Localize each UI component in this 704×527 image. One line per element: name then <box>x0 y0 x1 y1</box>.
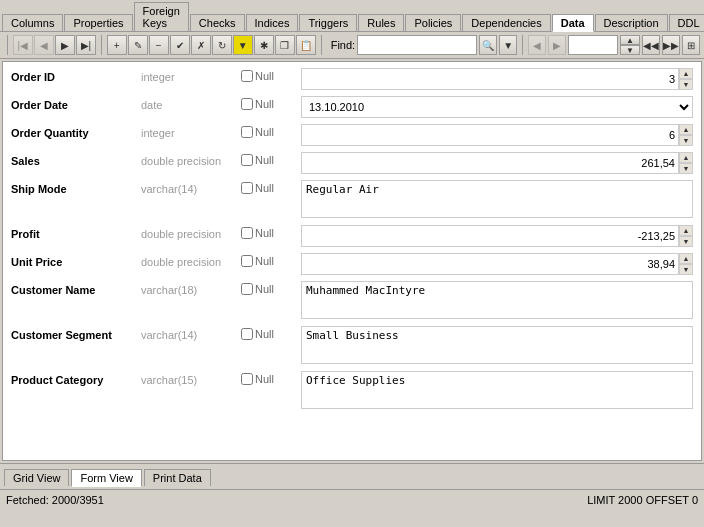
spin-down-order-id[interactable]: ▼ <box>679 79 693 90</box>
limit-up-btn[interactable]: ▲ <box>620 35 640 45</box>
field-label-sales: Sales <box>11 152 141 167</box>
input-customer-name[interactable]: Muhammed MacIntyre <box>301 281 693 319</box>
null-checkbox-order-date[interactable] <box>241 98 253 110</box>
input-order-id[interactable] <box>301 68 679 90</box>
input-unit-price[interactable] <box>301 253 679 275</box>
null-check-ship-mode: Null <box>241 180 301 194</box>
nav-next-btn[interactable]: ▶ <box>55 35 75 55</box>
limit-down-btn[interactable]: ▼ <box>620 45 640 55</box>
spin-down-sales[interactable]: ▼ <box>679 163 693 174</box>
input-customer-segment[interactable]: Small Business <box>301 326 693 364</box>
nav-left-btn[interactable]: ◀ <box>528 35 546 55</box>
field-type-customer-segment: varchar(14) <box>141 326 241 341</box>
field-value-unit-price: ▲ ▼ <box>301 253 693 275</box>
input-product-category[interactable]: Office Supplies <box>301 371 693 409</box>
field-type-product-category: varchar(15) <box>141 371 241 386</box>
refresh-btn[interactable]: ↻ <box>212 35 232 55</box>
limit-apply-btn[interactable]: ◀◀ <box>642 35 660 55</box>
field-value-customer-segment: Small Business <box>301 326 693 367</box>
tab-checks[interactable]: Checks <box>190 14 245 31</box>
spin-down-unit-price[interactable]: ▼ <box>679 264 693 275</box>
null-label-ship-mode: Null <box>255 182 274 194</box>
input-profit[interactable] <box>301 225 679 247</box>
tab-ddl[interactable]: DDL <box>669 14 704 31</box>
input-sales[interactable] <box>301 152 679 174</box>
bottom-tab-form[interactable]: Form View <box>71 469 141 487</box>
spin-up-profit[interactable]: ▲ <box>679 225 693 236</box>
null-checkbox-sales[interactable] <box>241 154 253 166</box>
clear-btn[interactable]: ✱ <box>254 35 274 55</box>
spin-up-order-id[interactable]: ▲ <box>679 68 693 79</box>
field-row-profit: Profit double precision Null ▲ ▼ <box>11 225 693 249</box>
tab-dependencies[interactable]: Dependencies <box>462 14 550 31</box>
input-order-date[interactable]: 13.10.2010 <box>301 96 693 118</box>
toolbar-sep-2 <box>101 35 102 55</box>
field-label-customer-segment: Customer Segment <box>11 326 141 341</box>
field-type-order-date: date <box>141 96 241 111</box>
limit-more-btn[interactable]: ▶▶ <box>662 35 680 55</box>
field-label-customer-name: Customer Name <box>11 281 141 296</box>
null-checkbox-product-category[interactable] <box>241 373 253 385</box>
field-row-order-quantity: Order Quantity integer Null ▲ ▼ <box>11 124 693 148</box>
add-btn[interactable]: + <box>107 35 127 55</box>
field-value-ship-mode: Regular Air <box>301 180 693 221</box>
spin-down-profit[interactable]: ▼ <box>679 236 693 247</box>
field-type-customer-name: varchar(18) <box>141 281 241 296</box>
edit-btn[interactable]: ✎ <box>128 35 148 55</box>
action-buttons: + ✎ − ✔ ✗ ↻ ▼ ✱ ❐ 📋 <box>107 35 316 55</box>
input-ship-mode[interactable]: Regular Air <box>301 180 693 218</box>
tab-foreign-keys[interactable]: Foreign Keys <box>134 2 189 31</box>
limit-input[interactable]: 2000 <box>568 35 618 55</box>
null-checkbox-order-id[interactable] <box>241 70 253 82</box>
field-label-ship-mode: Ship Mode <box>11 180 141 195</box>
spinner-order-quantity: ▲ ▼ <box>679 124 693 146</box>
null-check-order-id: Null <box>241 68 301 82</box>
spinner-order-id: ▲ ▼ <box>679 68 693 90</box>
export-btn[interactable]: ⊞ <box>682 35 700 55</box>
null-checkbox-unit-price[interactable] <box>241 255 253 267</box>
tab-bar: Columns Properties Foreign Keys Checks I… <box>0 0 704 32</box>
null-checkbox-ship-mode[interactable] <box>241 182 253 194</box>
null-checkbox-order-quantity[interactable] <box>241 126 253 138</box>
null-check-order-quantity: Null <box>241 124 301 138</box>
nav-last-btn[interactable]: ▶| <box>76 35 96 55</box>
field-row-customer-name: Customer Name varchar(18) Null Muhammed … <box>11 281 693 322</box>
tab-description[interactable]: Description <box>595 14 668 31</box>
nav-buttons: |◀ ◀ ▶ ▶| <box>13 35 96 55</box>
spin-up-unit-price[interactable]: ▲ <box>679 253 693 264</box>
null-checkbox-customer-segment[interactable] <box>241 328 253 340</box>
input-order-quantity[interactable] <box>301 124 679 146</box>
delete-btn[interactable]: − <box>149 35 169 55</box>
tab-columns[interactable]: Columns <box>2 14 63 31</box>
copy-btn[interactable]: ❐ <box>275 35 295 55</box>
nav-first-btn[interactable]: |◀ <box>13 35 33 55</box>
paste-btn[interactable]: 📋 <box>296 35 316 55</box>
tab-triggers[interactable]: Triggers <box>299 14 357 31</box>
cancel-btn[interactable]: ✗ <box>191 35 211 55</box>
field-value-sales: ▲ ▼ <box>301 152 693 174</box>
tab-indices[interactable]: Indices <box>246 14 299 31</box>
null-checkbox-profit[interactable] <box>241 227 253 239</box>
tab-policies[interactable]: Policies <box>405 14 461 31</box>
nav-prev-btn[interactable]: ◀ <box>34 35 54 55</box>
tab-rules[interactable]: Rules <box>358 14 404 31</box>
find-options-btn[interactable]: ▼ <box>499 35 517 55</box>
field-row-order-date: Order Date date Null 13.10.2010 <box>11 96 693 120</box>
field-value-order-date: 13.10.2010 <box>301 96 693 118</box>
save-btn[interactable]: ✔ <box>170 35 190 55</box>
bottom-tab-print[interactable]: Print Data <box>144 469 211 486</box>
spin-up-order-quantity[interactable]: ▲ <box>679 124 693 135</box>
nav-right-btn[interactable]: ▶ <box>548 35 566 55</box>
bottom-tab-grid[interactable]: Grid View <box>4 469 69 486</box>
spin-down-order-quantity[interactable]: ▼ <box>679 135 693 146</box>
field-label-unit-price: Unit Price <box>11 253 141 268</box>
field-type-sales: double precision <box>141 152 241 167</box>
null-checkbox-customer-name[interactable] <box>241 283 253 295</box>
find-input[interactable] <box>357 35 477 55</box>
tab-data[interactable]: Data <box>552 14 594 32</box>
bottom-tab-bar: Grid View Form View Print Data <box>0 463 704 489</box>
spin-up-sales[interactable]: ▲ <box>679 152 693 163</box>
find-execute-btn[interactable]: 🔍 <box>479 35 497 55</box>
tab-properties[interactable]: Properties <box>64 14 132 31</box>
filter-btn[interactable]: ▼ <box>233 35 253 55</box>
